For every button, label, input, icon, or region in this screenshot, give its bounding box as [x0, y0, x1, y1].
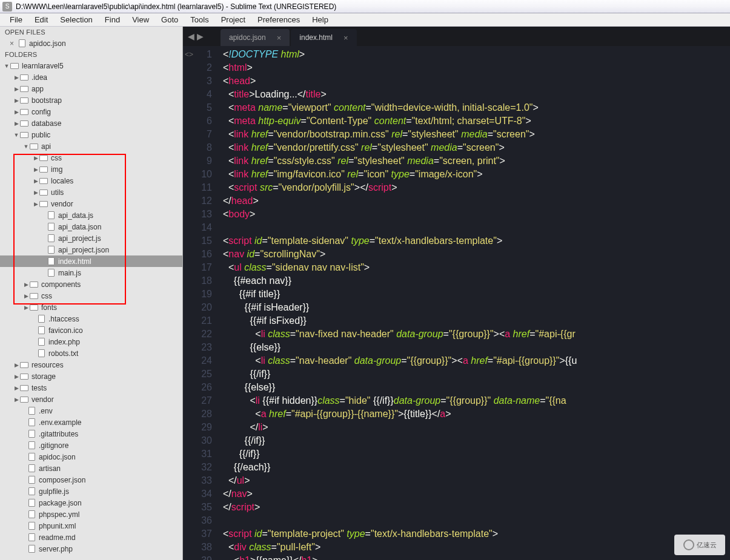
tree-item-index-html[interactable]: index.html [0, 255, 182, 267]
expand-arrow-icon[interactable]: ▶ [13, 374, 19, 380]
tree-item-api-data-json[interactable]: api_data.json [0, 221, 182, 232]
tree-item--gitignore[interactable]: .gitignore [0, 440, 182, 451]
tab-index-html[interactable]: index.html× [291, 29, 356, 46]
code-line[interactable]: {{#each nav}} [223, 274, 730, 288]
code-line[interactable]: <script id="template-project" type="text… [223, 527, 730, 541]
tree-item-locales[interactable]: ▶locales [0, 175, 182, 186]
tree-item-favicon-ico[interactable]: favicon.ico [0, 324, 182, 336]
tree-item-tests[interactable]: ▶tests [0, 382, 182, 394]
code-line[interactable]: {{else}} [223, 381, 730, 394]
tree-item-composer-json[interactable]: composer.json [0, 474, 182, 486]
expand-arrow-icon[interactable]: ▼ [4, 63, 10, 69]
code-line[interactable]: </script> [223, 501, 730, 514]
menu-file[interactable]: File [4, 15, 28, 24]
tree-item-gulpfile-js[interactable]: gulpfile.js [0, 486, 182, 497]
tree-item-phpunit-xml[interactable]: phpunit.xml [0, 520, 182, 532]
menu-selection[interactable]: Selection [54, 15, 98, 24]
code-line[interactable]: <link href="vendor/bootstrap.min.css" re… [223, 128, 730, 141]
code-line[interactable]: <body> [223, 208, 730, 221]
expand-arrow-icon[interactable]: ▶ [13, 362, 19, 368]
tree-item-components[interactable]: ▶components [0, 278, 182, 290]
code-line[interactable]: <title>Loading...</title> [223, 88, 730, 101]
tree-item-fonts[interactable]: ▶fonts [0, 301, 182, 313]
code-line[interactable]: <li class="nav-fixed nav-header" data-gr… [223, 328, 730, 341]
expand-arrow-icon[interactable]: ▶ [23, 305, 29, 311]
code-line[interactable]: <h1>{{name}}</h1> [223, 554, 730, 560]
code-line[interactable]: {{/if}} [223, 434, 730, 447]
code-line[interactable]: </nav> [223, 487, 730, 501]
tree-item-index-php[interactable]: index.php [0, 336, 182, 348]
code-line[interactable]: {{/each}} [223, 461, 730, 474]
tree-item-vendor[interactable]: ▶vendor [0, 198, 182, 209]
code-line[interactable]: {{/if}} [223, 447, 730, 461]
menu-help[interactable]: Help [306, 15, 334, 24]
tree-item--idea[interactable]: ▶.idea [0, 71, 182, 83]
tree-item-phpspec-yml[interactable]: phpspec.yml [0, 509, 182, 520]
close-tab-icon[interactable]: × [343, 33, 348, 42]
tree-item--htaccess[interactable]: .htaccess [0, 313, 182, 324]
tab-apidoc-json[interactable]: apidoc.json× [221, 29, 290, 46]
expand-arrow-icon[interactable]: ▶ [33, 155, 39, 161]
code-line[interactable]: <meta http-equiv="Content-Type" content=… [223, 114, 730, 128]
tree-item-api[interactable]: ▼api [0, 140, 182, 152]
expand-arrow-icon[interactable]: ▶ [33, 166, 39, 173]
code-line[interactable]: <html> [223, 61, 730, 74]
tree-item-api-project-js[interactable]: api_project.js [0, 232, 182, 244]
code-line[interactable]: {{#if title}} [223, 288, 730, 301]
tree-item-css[interactable]: ▶css [0, 290, 182, 301]
tree-item-package-json[interactable]: package.json [0, 497, 182, 509]
code-line[interactable]: </li> [223, 421, 730, 434]
tree-item-storage[interactable]: ▶storage [0, 371, 182, 382]
expand-arrow-icon[interactable]: ▶ [13, 120, 19, 127]
tree-item-css[interactable]: ▶css [0, 152, 182, 163]
tree-item-readme-md[interactable]: readme.md [0, 532, 182, 543]
tree-item-apidoc-json[interactable]: apidoc.json [0, 451, 182, 463]
expand-arrow-icon[interactable]: ▶ [13, 109, 19, 115]
menu-find[interactable]: Find [99, 15, 126, 24]
code-line[interactable]: <head> [223, 74, 730, 88]
code-line[interactable]: <link href="img/favicon.ico" rel="icon" … [223, 168, 730, 181]
code-line[interactable]: </ul> [223, 474, 730, 487]
tab-nav-forward[interactable]: ▶ [197, 31, 204, 41]
code-line[interactable]: {{#if isFixed}} [223, 314, 730, 328]
expand-arrow-icon[interactable]: ▶ [13, 86, 19, 92]
tree-item-api-project-json[interactable]: api_project.json [0, 244, 182, 255]
code-line[interactable]: <a href="#api-{{group}}-{{name}}">{{titl… [223, 407, 730, 421]
close-icon[interactable]: × [10, 39, 17, 48]
code-line[interactable]: </head> [223, 194, 730, 208]
code-line[interactable]: <li {{#if hidden}}class="hide" {{/if}}da… [223, 394, 730, 407]
expand-arrow-icon[interactable]: ▶ [13, 97, 19, 104]
code-line[interactable]: <nav id="scrollingNav"> [223, 248, 730, 261]
tree-item--env[interactable]: .env [0, 405, 182, 417]
code-line[interactable]: <script id="template-sidenav" type="text… [223, 234, 730, 248]
expand-arrow-icon[interactable]: ▼ [23, 143, 29, 150]
code-line[interactable]: {{/if}} [223, 367, 730, 381]
code-line[interactable]: <div class="pull-left"> [223, 541, 730, 554]
code-line[interactable]: <script src="vendor/polyfill.js"></scrip… [223, 181, 730, 194]
tree-item-app[interactable]: ▶app [0, 83, 182, 94]
tree-item-database[interactable]: ▶database [0, 117, 182, 129]
code-line[interactable]: {{#if isHeader}} [223, 301, 730, 314]
tree-item-artisan[interactable]: artisan [0, 463, 182, 474]
code-line[interactable] [223, 514, 730, 527]
expand-arrow-icon[interactable]: ▶ [13, 74, 19, 81]
tree-item-main-js[interactable]: main.js [0, 267, 182, 278]
tree-item-learnlaravel5[interactable]: ▼learnlaravel5 [0, 60, 182, 71]
expand-arrow-icon[interactable]: ▶ [33, 189, 39, 196]
expand-arrow-icon[interactable]: ▶ [23, 282, 29, 288]
tree-item-bootstrap[interactable]: ▶bootstrap [0, 94, 182, 106]
menu-edit[interactable]: Edit [28, 15, 54, 24]
tree-item-vendor[interactable]: ▶vendor [0, 394, 182, 405]
menu-project[interactable]: Project [215, 15, 251, 24]
code-line[interactable]: {{else}} [223, 341, 730, 354]
menu-preferences[interactable]: Preferences [251, 15, 306, 24]
code-content[interactable]: <!DOCTYPE html><html><head> <title>Loadi… [218, 46, 730, 560]
code-line[interactable]: <meta name="viewport" content="width=dev… [223, 101, 730, 114]
expand-arrow-icon[interactable]: ▶ [33, 201, 39, 207]
code-editor[interactable]: <> 1234567891011121314151617181920212223… [183, 46, 730, 560]
tree-item-img[interactable]: ▶img [0, 163, 182, 175]
code-line[interactable]: <!DOCTYPE html> [223, 48, 730, 61]
tree-item-apidoc-json[interactable]: ×apidoc.json [0, 38, 182, 49]
expand-arrow-icon[interactable]: ▶ [33, 178, 39, 184]
code-line[interactable]: <link href="css/style.css" rel="styleshe… [223, 154, 730, 168]
